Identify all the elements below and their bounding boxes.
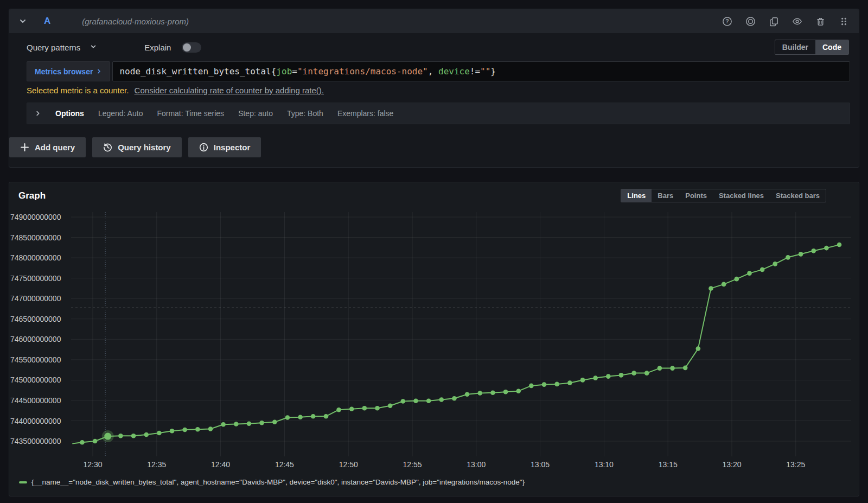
view-mode-stacked-lines[interactable]: Stacked lines xyxy=(713,189,770,202)
svg-text:749000000000: 749000000000 xyxy=(10,213,61,221)
option-format: Format: Time series xyxy=(157,109,224,118)
chart-legend: {__name__="node_disk_written_bytes_total… xyxy=(9,475,859,486)
graph-panel: Graph Lines Bars Points Stacked lines St… xyxy=(9,182,859,496)
options-bar[interactable]: Options Legend: Auto Format: Time series… xyxy=(27,103,850,124)
query-token: "" xyxy=(480,66,490,77)
chevron-right-icon xyxy=(96,68,102,74)
svg-text:743500000000: 743500000000 xyxy=(10,437,61,445)
query-editor-panel: A (grafanacloud-moxious-prom) ? xyxy=(9,9,859,168)
graph-panel-header: Graph Lines Bars Points Stacked lines St… xyxy=(9,182,859,205)
datasource-hint: (grafanacloud-moxious-prom) xyxy=(82,17,189,26)
metrics-browser-button[interactable]: Metrics browser xyxy=(27,61,110,81)
history-icon xyxy=(103,143,112,152)
svg-text:13:05: 13:05 xyxy=(531,460,550,469)
counter-warning: Selected metric is a counter. Consider c… xyxy=(9,81,859,97)
chevron-right-icon[interactable] xyxy=(35,110,41,117)
svg-text:746000000000: 746000000000 xyxy=(10,335,61,343)
query-token: } xyxy=(490,66,496,77)
svg-text:13:25: 13:25 xyxy=(786,460,805,469)
query-row-header: A (grafanacloud-moxious-prom) ? xyxy=(9,9,859,33)
svg-text:12:35: 12:35 xyxy=(147,460,166,469)
svg-text:13:20: 13:20 xyxy=(722,460,741,469)
svg-text:13:00: 13:00 xyxy=(467,460,486,469)
query-token: device xyxy=(438,66,470,77)
inspector-button[interactable]: Inspector xyxy=(188,137,261,157)
add-query-label: Add query xyxy=(35,143,75,152)
editor-mode-toggle: Builder Code xyxy=(775,40,849,55)
svg-text:744000000000: 744000000000 xyxy=(10,417,61,425)
svg-text:745000000000: 745000000000 xyxy=(10,375,61,384)
svg-text:748500000000: 748500000000 xyxy=(10,233,61,242)
view-mode-points[interactable]: Points xyxy=(679,189,713,202)
svg-text:12:40: 12:40 xyxy=(211,460,230,469)
svg-text:744500000000: 744500000000 xyxy=(10,396,61,405)
svg-text:?: ? xyxy=(725,18,729,24)
svg-text:748000000000: 748000000000 xyxy=(10,253,61,262)
info-circle-icon xyxy=(199,143,208,152)
query-token: != xyxy=(470,66,480,77)
query-patterns-dropdown[interactable]: Query patterns xyxy=(27,43,80,52)
explain-toggle[interactable] xyxy=(182,42,201,53)
eye-icon[interactable] xyxy=(792,16,802,27)
add-query-button[interactable]: Add query xyxy=(9,137,86,157)
option-type: Type: Both xyxy=(287,109,323,118)
query-input-row: Metrics browser node_disk_written_bytes_… xyxy=(9,60,859,81)
option-legend: Legend: Auto xyxy=(98,109,143,118)
toggle-knob xyxy=(183,43,191,52)
metrics-browser-label: Metrics browser xyxy=(35,67,93,76)
svg-text:12:45: 12:45 xyxy=(275,460,294,469)
svg-text:747500000000: 747500000000 xyxy=(10,274,61,283)
inspector-label: Inspector xyxy=(214,143,251,152)
svg-text:12:50: 12:50 xyxy=(339,460,358,469)
record-circle-icon[interactable] xyxy=(745,16,756,27)
chevron-down-icon[interactable] xyxy=(19,17,27,25)
trash-icon[interactable] xyxy=(815,16,826,27)
builder-mode-button[interactable]: Builder xyxy=(775,40,815,54)
option-step: Step: auto xyxy=(238,109,273,118)
add-rate-link[interactable]: Consider calculating rate of counter by … xyxy=(135,86,324,95)
time-series-chart[interactable]: 7490000000007485000000007480000000007475… xyxy=(9,211,859,475)
explore-actions: Add query Query history Inspector xyxy=(9,124,859,167)
svg-text:745500000000: 745500000000 xyxy=(10,355,61,364)
view-mode-lines[interactable]: Lines xyxy=(621,189,652,202)
view-mode-bars[interactable]: Bars xyxy=(652,189,679,202)
graph-view-mode-group: Lines Bars Points Stacked lines Stacked … xyxy=(621,189,826,202)
query-row-actions: ? xyxy=(722,16,849,27)
svg-text:13:15: 13:15 xyxy=(659,460,678,469)
query-toolbar-row: Query patterns Explain Builder Code xyxy=(9,33,859,60)
code-mode-button[interactable]: Code xyxy=(815,40,848,54)
copy-icon[interactable] xyxy=(768,16,779,27)
promql-query-input[interactable]: node_disk_written_bytes_total{job="integ… xyxy=(112,61,850,81)
svg-text:746500000000: 746500000000 xyxy=(10,315,61,323)
options-label: Options xyxy=(55,109,84,118)
explain-label: Explain xyxy=(144,43,171,52)
help-icon[interactable]: ? xyxy=(722,16,732,27)
svg-text:747000000000: 747000000000 xyxy=(10,294,61,303)
legend-series-label[interactable]: {__name__="node_disk_written_bytes_total… xyxy=(31,478,525,486)
svg-text:13:10: 13:10 xyxy=(595,460,614,469)
warning-text: Selected metric is a counter. xyxy=(27,86,129,95)
chevron-down-icon[interactable] xyxy=(90,42,97,52)
drag-handle-icon[interactable] xyxy=(838,16,849,27)
query-token: node_disk_written_bytes_total{ xyxy=(119,66,276,77)
query-history-button[interactable]: Query history xyxy=(92,137,182,157)
grafana-explore-page: A (grafanacloud-moxious-prom) ? xyxy=(0,0,868,503)
query-history-label: Query history xyxy=(118,143,171,152)
query-token: job xyxy=(276,66,292,77)
option-exemplars: Exemplars: false xyxy=(337,109,393,118)
plus-icon xyxy=(20,143,29,152)
graph-title: Graph xyxy=(18,190,46,201)
query-ref-id[interactable]: A xyxy=(44,16,50,27)
svg-text:12:55: 12:55 xyxy=(403,460,422,469)
query-token: = xyxy=(292,66,297,77)
query-token: "integrations/macos-node" xyxy=(297,66,428,77)
view-mode-stacked-bars[interactable]: Stacked bars xyxy=(770,189,826,202)
svg-text:12:30: 12:30 xyxy=(83,460,102,469)
legend-series-swatch[interactable] xyxy=(19,481,27,483)
query-token: , xyxy=(428,66,438,77)
